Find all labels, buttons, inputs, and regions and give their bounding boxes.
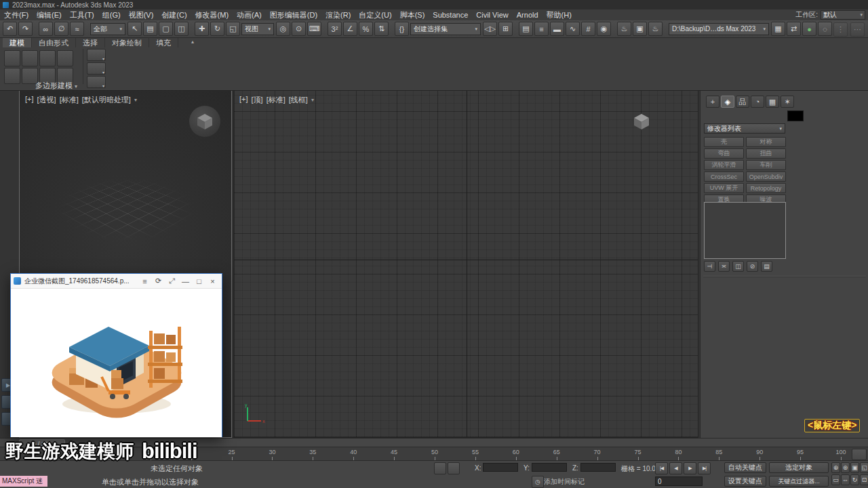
- vertex-mode-icon[interactable]: [4, 50, 20, 66]
- viewport-label-segment-2[interactable]: [标准]: [60, 95, 79, 105]
- viewport-top[interactable]: [+][顶][标准][线框]▾ x y: [233, 90, 698, 438]
- current-frame-field[interactable]: [655, 476, 703, 486]
- select-and-move-icon[interactable]: ✚: [195, 22, 209, 36]
- use-pivot-center-icon[interactable]: ◎: [276, 22, 290, 36]
- ribbon-panel-title[interactable]: 多边形建模 ▾: [12, 81, 100, 91]
- minimize-button[interactable]: —: [179, 275, 192, 287]
- maximize-button[interactable]: □: [193, 275, 205, 287]
- menu-item-12[interactable]: Substance: [429, 11, 472, 19]
- ribbon-toggle-icon[interactable]: ▬: [550, 22, 564, 36]
- auto-key-button[interactable]: 自动关键点: [724, 462, 766, 473]
- playback-button-1[interactable]: ◀: [669, 462, 682, 474]
- zoom-extents-all-icon[interactable]: ◱: [860, 462, 868, 473]
- menu-item-14[interactable]: Arnold: [513, 11, 542, 19]
- ribbon-tab-3[interactable]: 对象绘制: [105, 38, 149, 47]
- edge-mode-icon[interactable]: [22, 50, 38, 66]
- select-object-icon[interactable]: ↖: [127, 22, 142, 36]
- menu-item-15[interactable]: 帮助(H): [542, 10, 576, 20]
- selection-filter-combo[interactable]: 全部▾: [90, 23, 125, 35]
- key-filters-button[interactable]: 关键点过滤器...: [769, 476, 829, 487]
- select-and-link-icon[interactable]: ∞: [39, 22, 53, 36]
- cloud-render-icon[interactable]: ●: [802, 22, 816, 36]
- menu-item-3[interactable]: 组(G): [98, 10, 125, 20]
- close-button[interactable]: ×: [206, 275, 219, 287]
- polygon-mode-icon[interactable]: [57, 50, 73, 66]
- remove-modifier-icon[interactable]: ⊘: [747, 261, 758, 272]
- material-editor-icon[interactable]: ◉: [597, 22, 611, 36]
- menu-item-0[interactable]: 文件(F): [0, 10, 33, 20]
- viewer-menu-icon[interactable]: ≡: [138, 275, 151, 287]
- modifier-button-5[interactable]: 车削: [746, 160, 786, 170]
- configure-modifier-sets-icon[interactable]: ▤: [761, 261, 772, 272]
- rendered-frame-window-icon[interactable]: ▣: [633, 22, 647, 36]
- modifier-button-7[interactable]: OpenSubdiv: [746, 171, 786, 182]
- menu-item-10[interactable]: 自定义(U): [355, 10, 395, 20]
- modifier-button-8[interactable]: UVW 展开: [704, 183, 744, 193]
- modifier-button-9[interactable]: Retopology: [746, 183, 786, 193]
- ribbon-tab-1[interactable]: 自由形式: [32, 38, 76, 47]
- lock-selection-icon[interactable]: [434, 462, 446, 474]
- render-production-icon[interactable]: ♨: [648, 22, 663, 36]
- select-and-rotate-icon[interactable]: ↻: [210, 22, 224, 36]
- border-mode-icon[interactable]: [39, 50, 56, 66]
- image-viewer-titlebar[interactable]: 企业微信截图_1749618574564.p... ≡ ⟳ ⤢ — □ ×: [11, 274, 222, 289]
- layer-explorer-toggle-icon[interactable]: ≡: [534, 22, 549, 36]
- zoom-extents-icon[interactable]: ▣: [850, 462, 859, 473]
- zoom-all-icon[interactable]: ⊛: [841, 462, 850, 473]
- menu-item-9[interactable]: 渲染(R): [321, 10, 355, 20]
- modifier-button-2[interactable]: 弯曲: [704, 148, 744, 159]
- viewcube[interactable]: [626, 106, 657, 137]
- menu-item-5[interactable]: 创建(C): [157, 10, 191, 20]
- window-crossing-icon[interactable]: ◫: [174, 22, 189, 36]
- undock-toolbar-icon[interactable]: ⋮: [833, 22, 848, 37]
- bind-to-space-warp-icon[interactable]: ≈: [70, 22, 84, 36]
- menu-item-13[interactable]: Civil View: [472, 11, 512, 19]
- menu-item-7[interactable]: 动画(A): [233, 10, 266, 20]
- edit-named-sets-icon[interactable]: {}: [395, 22, 409, 36]
- align-icon[interactable]: ⊞: [498, 22, 513, 36]
- viewport-label-segment-0[interactable]: [+]: [239, 95, 248, 105]
- chevron-down-icon[interactable]: ▾: [134, 97, 137, 103]
- rectangular-selection-icon[interactable]: ▢: [159, 22, 173, 36]
- named-selection-combo[interactable]: 创建选择集▾: [410, 23, 481, 35]
- motion-tab-icon[interactable]: ◔: [751, 96, 764, 108]
- maxscript-mini-listener[interactable]: MAXScript 迷: [0, 476, 47, 487]
- select-and-manipulate-icon[interactable]: ⊙: [292, 22, 306, 36]
- coord-x-field[interactable]: [483, 463, 518, 472]
- viewer-rotate-icon[interactable]: ⟳: [152, 275, 165, 287]
- pan-icon[interactable]: ⇔: [841, 474, 850, 485]
- playback-button-2[interactable]: ▶: [684, 462, 696, 474]
- utilities-tab-icon[interactable]: ✶: [781, 96, 794, 108]
- orbit-icon[interactable]: ↻: [850, 474, 859, 485]
- key-selection-combo[interactable]: 选定对象: [769, 462, 829, 473]
- make-unique-icon[interactable]: ◫: [732, 261, 744, 272]
- percent-snap-icon[interactable]: %: [359, 22, 373, 36]
- display-tab-icon[interactable]: ▦: [766, 96, 779, 108]
- select-by-name-icon[interactable]: ▤: [143, 22, 157, 36]
- absolute-offset-toggle-icon[interactable]: [448, 462, 460, 474]
- customize-toolbar-icon[interactable]: ⋯: [850, 22, 865, 37]
- ribbon-tab-2[interactable]: 选择: [76, 38, 105, 47]
- coord-z-field[interactable]: [580, 463, 616, 472]
- menu-item-8[interactable]: 图形编辑器(D): [266, 10, 321, 20]
- set-key-button[interactable]: 设置关键点: [724, 476, 766, 487]
- pin-stack-icon[interactable]: ⊣: [704, 261, 715, 272]
- mirror-icon[interactable]: ◁▷: [483, 22, 497, 36]
- create-tab-icon[interactable]: +: [706, 96, 719, 108]
- scene-explorer-toggle-icon[interactable]: ▤: [519, 22, 533, 36]
- viewcube[interactable]: [189, 106, 220, 137]
- chevron-down-icon[interactable]: ▾: [311, 97, 314, 103]
- viewport-label-segment-0[interactable]: [+]: [25, 95, 34, 105]
- loop-tools-icon[interactable]: ▾: [87, 62, 106, 75]
- modifier-stack-list[interactable]: [704, 202, 786, 259]
- project-folder-combo[interactable]: D:\Backup\D…ds Max 2023▾: [669, 23, 769, 35]
- playback-button-3[interactable]: ▶|: [698, 462, 711, 474]
- unlink-selection-icon[interactable]: ∅: [54, 22, 68, 36]
- menu-item-1[interactable]: 编辑(E): [33, 10, 66, 20]
- modifier-button-1[interactable]: 对称: [746, 137, 786, 147]
- isolate-selection-icon[interactable]: ◌: [818, 22, 832, 36]
- object-color-swatch[interactable]: [787, 110, 804, 121]
- redo-icon[interactable]: ↷: [18, 22, 33, 36]
- playback-button-0[interactable]: |◀: [655, 462, 668, 474]
- add-time-tag-label[interactable]: 添加时间标记: [544, 477, 585, 487]
